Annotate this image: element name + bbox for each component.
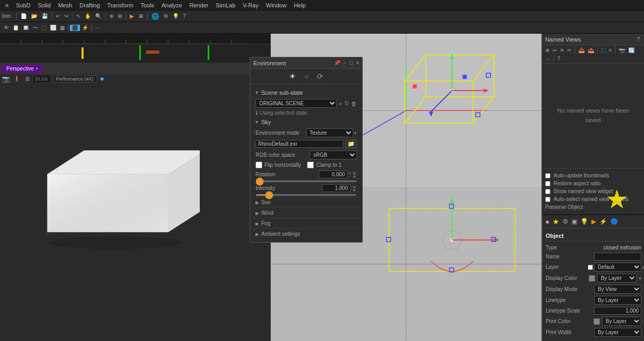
nv-delete-btn[interactable]: ✕ — [559, 46, 565, 54]
tb-env[interactable]: 🌐 — [150, 12, 161, 21]
prop-display-mode-select[interactable]: By View — [594, 285, 641, 294]
env-flip-checkbox[interactable] — [255, 162, 262, 168]
prop-vray-btn[interactable]: ⚡ — [598, 217, 608, 226]
prop-obj-btn[interactable]: ● — [544, 217, 550, 226]
tb-mat[interactable]: ⚙ — [162, 13, 170, 19]
env-tab-sphere[interactable]: ○ — [304, 72, 309, 81]
tb-redo[interactable]: ↪ — [63, 13, 70, 19]
menu-render[interactable]: Render — [186, 2, 211, 8]
env-restore-btn[interactable]: □ — [350, 60, 353, 66]
prop-light-btn[interactable]: 💡 — [579, 217, 589, 226]
tb-render[interactable]: ▶ — [128, 13, 136, 19]
tb-light[interactable]: 💡 — [171, 13, 180, 19]
monitor-icon[interactable]: 🖥 — [24, 75, 30, 83]
tb2-display[interactable]: 📋 — [11, 24, 21, 31]
timeline-track[interactable] — [0, 44, 271, 63]
env-fog-section[interactable]: ▶ Fog — [253, 218, 359, 228]
nv-export-btn[interactable]: 📤 — [587, 46, 595, 54]
menu-drafting[interactable]: Drafting — [76, 2, 103, 8]
menu-transform[interactable]: Transform — [104, 2, 137, 8]
env-intensity-slider[interactable] — [255, 194, 357, 196]
tb-grid[interactable]: ⊞ — [116, 13, 124, 19]
tb-help[interactable]: ? — [181, 13, 188, 19]
tb2-mesh[interactable]: ▦ — [58, 24, 66, 31]
prop-name-input[interactable] — [594, 253, 641, 260]
menu-tools[interactable]: Tools — [138, 2, 158, 8]
nv-show-widget-checkbox[interactable] — [545, 189, 550, 194]
menu-analyze[interactable]: Analyze — [158, 2, 185, 8]
tb2-view[interactable]: 👁 — [2, 24, 11, 31]
nv-sync-btn[interactable]: 🔄 — [627, 46, 636, 54]
env-intensity-up[interactable]: ▲ — [352, 185, 357, 188]
menu-vray[interactable]: V-Ray — [240, 2, 262, 8]
tb-select[interactable]: ↖ — [75, 13, 82, 19]
tb-snap[interactable]: ⊕ — [108, 13, 115, 19]
env-clamp-checkbox[interactable] — [307, 162, 314, 168]
nv-import-btn[interactable]: 📥 — [577, 46, 586, 54]
nv-auto-update-checkbox[interactable] — [545, 173, 550, 178]
env-scene-add-btn[interactable]: + — [339, 101, 342, 107]
named-views-help-btn[interactable]: ? — [636, 36, 641, 43]
nv-help2-btn[interactable]: ? — [556, 55, 561, 62]
prop-print-width-select[interactable]: By Layer — [594, 328, 641, 337]
prop-linetype-scale-input[interactable] — [594, 307, 641, 315]
env-close-btn[interactable]: × — [356, 60, 359, 66]
menu-window[interactable]: Window — [263, 2, 290, 8]
prop-more-btn[interactable]: 🔵 — [609, 217, 619, 226]
menu-subd[interactable]: SubD — [13, 2, 34, 8]
tb-open[interactable]: 📂 — [29, 13, 39, 19]
prop-print-color-select[interactable]: By Layer — [602, 317, 641, 326]
nv-view-btn[interactable]: ⬚ — [600, 46, 607, 54]
env-scene-delete-btn[interactable]: 🗑 — [351, 101, 357, 107]
prop-mat-btn[interactable]: ▣ — [570, 217, 578, 226]
env-ambient-section[interactable]: ▶ Ambient settings — [253, 228, 359, 239]
env-pin-btn[interactable]: 📌 — [334, 60, 340, 66]
env-tab-scene[interactable]: ⟳ — [317, 72, 323, 81]
prop-display-color-select[interactable]: By Layer — [597, 274, 637, 283]
menu-help[interactable]: Help — [291, 2, 309, 8]
nv-add-btn[interactable]: ⊕ — [544, 46, 550, 54]
tb-zoom[interactable]: 🔍 — [94, 13, 103, 19]
nv-arrow-btn[interactable]: → — [544, 55, 551, 62]
tb2-vray[interactable]: ⚡ — [80, 24, 90, 31]
env-rotation-slider[interactable] — [255, 180, 357, 182]
env-mode-select[interactable]: Texture — [306, 128, 353, 137]
env-min-btn[interactable]: − — [343, 60, 346, 66]
prop-display-color-arrow[interactable]: ▾ — [639, 276, 641, 281]
camera-icon[interactable]: 📷 — [2, 75, 10, 83]
tb-new[interactable]: 📄 — [19, 13, 28, 19]
tb2-curve[interactable]: 〜 — [31, 24, 39, 32]
env-file-input[interactable] — [255, 140, 343, 148]
tb-undo[interactable]: ↩ — [54, 13, 62, 19]
left-viewport[interactable]: 📷 🚶 🖥 DLSS Performance (4X) — [0, 74, 271, 341]
prop-gear-btn[interactable]: ⚙ — [561, 217, 569, 226]
env-wind-section[interactable]: ▶ Wind — [253, 207, 359, 218]
tb-pan[interactable]: ✋ — [83, 13, 93, 19]
tb2-obj[interactable]: 🔲 — [21, 24, 30, 31]
menu-mesh[interactable]: Mesh — [55, 2, 75, 8]
prop-linetype-select[interactable]: By Layer — [594, 296, 641, 305]
tb2-more[interactable]: ⋯ — [94, 24, 102, 31]
nv-camera-btn[interactable]: 📷 — [618, 46, 626, 54]
prop-star-btn[interactable]: ★ — [551, 217, 560, 226]
tb2-render-view[interactable]: ⬛ — [70, 25, 80, 31]
nv-auto-select-checkbox[interactable] — [545, 197, 550, 202]
tb-render2[interactable]: 🖥 — [137, 13, 145, 19]
env-tab-sun[interactable]: ☀ — [289, 72, 296, 81]
menu-icon[interactable]: ≡ — [2, 2, 12, 8]
nv-rename-btn[interactable]: ✏ — [566, 46, 573, 54]
env-rotation-up[interactable]: ▲ — [352, 171, 357, 175]
tb2-solid[interactable]: ⬜ — [48, 24, 58, 31]
nv-restore-aspect-checkbox[interactable] — [545, 181, 550, 186]
env-sky-section[interactable]: Sky — [253, 117, 359, 127]
env-scene-refresh-btn[interactable]: ↻ — [344, 100, 349, 107]
menu-simlab[interactable]: SimLab — [212, 2, 238, 8]
person-icon[interactable]: 🚶 — [13, 75, 21, 83]
menu-solid[interactable]: Solid — [35, 2, 54, 8]
nv-list-btn[interactable]: ≡ — [608, 46, 613, 54]
tb-save[interactable]: 💾 — [40, 13, 49, 19]
env-scene-section[interactable]: Scene sub-state — [253, 87, 359, 98]
tb2-surf[interactable]: ⬚ — [40, 24, 48, 31]
prop-layer-select[interactable]: Default — [594, 263, 641, 272]
env-mode-arrow[interactable]: ▾ — [354, 131, 357, 136]
